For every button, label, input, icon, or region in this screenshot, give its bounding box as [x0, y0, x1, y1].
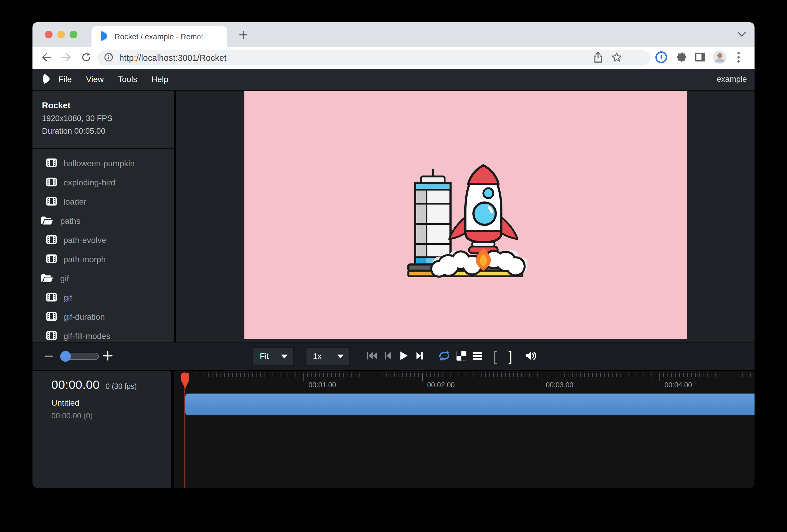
timeline-info: 00:00.00 0 (30 fps) Untitled 00:00.00 (0…	[33, 371, 171, 488]
extensions-puzzle-icon[interactable]	[675, 51, 687, 64]
menu-view[interactable]: View	[79, 75, 111, 84]
maximize-window-button[interactable]	[70, 31, 77, 38]
ruler-label: 00:04.00	[664, 381, 692, 389]
volume-icon[interactable]	[525, 350, 537, 363]
tab-title-fade	[194, 30, 212, 43]
video-canvas	[244, 91, 687, 339]
track-range: 00:00.00 (0)	[51, 411, 171, 420]
rocket-illustration	[404, 161, 528, 282]
sidebar-item-label: gif	[63, 293, 72, 303]
preview-pane	[176, 91, 754, 342]
timeline-panel: 00:00.00 0 (30 fps) Untitled 00:00.00 (0…	[33, 371, 754, 488]
film-icon	[46, 254, 57, 264]
menu-help[interactable]: Help	[144, 75, 176, 84]
folder-open-icon	[41, 216, 53, 227]
composition-info: Rocket 1920x1080, 30 FPS Duration 00:05.…	[33, 91, 174, 149]
zoom-slider-knob[interactable]	[60, 351, 71, 362]
remotion-menu-bar: File View Tools Help example	[33, 69, 754, 91]
previous-frame-icon[interactable]	[383, 351, 392, 361]
transparency-checkerboard-icon[interactable]	[456, 350, 467, 362]
ruler-label: 00:01.00	[309, 381, 336, 389]
size-select-value: Fit	[260, 352, 269, 361]
sidebar-item-label: exploding-bird	[63, 178, 115, 188]
sidebar-item-path-morph[interactable]: path-morph	[33, 250, 174, 269]
browser-toolbar: http://localhost:3001/Rocket	[33, 47, 754, 69]
chevron-down-icon	[337, 355, 344, 358]
playhead-handle[interactable]	[179, 372, 191, 392]
film-icon	[46, 331, 57, 341]
jump-to-start-icon[interactable]	[366, 351, 378, 361]
sidebar-item-label: halloween-pumpkin	[63, 159, 135, 168]
composition-resolution: 1920x1080, 30 FPS	[42, 114, 174, 123]
current-time-display: 00:00.00	[51, 378, 100, 392]
sidebar-item-exploding-bird[interactable]: exploding-bird	[33, 173, 174, 192]
compositions-sidebar: Rocket 1920x1080, 30 FPS Duration 00:05.…	[33, 91, 176, 342]
player-controls: Fit 1x [ ]	[33, 342, 754, 371]
menu-tools[interactable]: Tools	[111, 75, 144, 84]
forward-icon[interactable]	[61, 53, 71, 63]
folder-open-icon	[41, 273, 53, 284]
sidebar-item-label: gif-duration	[63, 312, 105, 322]
sidebar-item-gif-fill-modes[interactable]: gif-fill-modes	[33, 326, 174, 342]
sidebar-item-gif[interactable]: gif	[33, 288, 174, 307]
sidebar-item-halloween-pumpkin[interactable]: halloween-pumpkin	[33, 154, 174, 173]
timeline-tracks[interactable]: 00:01.00 00:02.00 00:03.00 00:04.00	[171, 371, 754, 488]
profile-avatar[interactable]	[713, 50, 726, 65]
password-manager-extension-icon[interactable]	[655, 51, 667, 65]
sidebar-item-label: paths	[60, 216, 81, 226]
remotion-favicon	[99, 30, 109, 43]
sidebar-item-label: gif	[60, 274, 69, 283]
ruler-label: 00:02.00	[427, 381, 454, 389]
film-icon	[46, 235, 57, 245]
menu-file[interactable]: File	[51, 75, 79, 84]
sidebar-item-loader[interactable]: loader	[33, 192, 174, 211]
timeline-sequence-bar[interactable]	[185, 393, 754, 416]
address-bar[interactable]: http://localhost:3001/Rocket	[98, 50, 650, 66]
play-icon[interactable]	[399, 351, 408, 362]
next-frame-icon[interactable]	[416, 351, 424, 361]
sidebar-folder-paths[interactable]: paths	[33, 211, 174, 231]
tab-search-chevron-icon[interactable]	[738, 31, 746, 39]
site-info-icon[interactable]	[104, 52, 113, 63]
sidebar-item-path-evolve[interactable]: path-evolve	[33, 231, 174, 250]
film-icon	[46, 158, 57, 169]
url-text[interactable]: http://localhost:3001/Rocket	[119, 53, 227, 63]
share-icon[interactable]	[593, 52, 603, 64]
close-window-button[interactable]	[45, 31, 52, 38]
composition-duration: Duration 00:05.00	[42, 127, 174, 136]
size-select[interactable]: Fit	[252, 347, 294, 365]
film-icon	[46, 293, 57, 303]
out-point-icon[interactable]: ]	[509, 349, 512, 363]
browser-menu-icon[interactable]	[737, 51, 740, 64]
timeline-rows-icon[interactable]	[472, 351, 483, 362]
reload-icon[interactable]	[81, 52, 91, 63]
project-name-label: example	[717, 75, 747, 84]
tab-strip: Rocket / example - Remotion P	[33, 22, 754, 47]
sidebar-item-gif-duration[interactable]: gif-duration	[33, 307, 174, 326]
ruler-second-ticks	[185, 373, 754, 381]
sidebar-folder-gif[interactable]: gif	[33, 269, 174, 288]
sidebar-item-label: path-morph	[63, 255, 106, 264]
new-tab-button[interactable]	[238, 30, 248, 41]
browser-window: Rocket / example - Remotion P http:/	[33, 22, 754, 488]
playback-rate-select[interactable]: 1x	[305, 347, 350, 365]
in-point-icon[interactable]: [	[493, 349, 497, 363]
bookmark-star-icon[interactable]	[611, 52, 622, 64]
remotion-logo[interactable]	[42, 73, 51, 86]
chevron-down-icon	[281, 355, 288, 358]
current-frame-display: 0 (30 fps)	[106, 382, 137, 390]
composition-name: Rocket	[42, 101, 174, 110]
composition-list: halloween-pumpkin exploding-bird loader …	[33, 149, 174, 342]
minimize-window-button[interactable]	[57, 31, 65, 38]
zoom-out-button[interactable]	[45, 356, 53, 357]
tab-title: Rocket / example - Remotion P	[114, 32, 203, 41]
zoom-in-button[interactable]	[103, 351, 113, 362]
playback-rate-value: 1x	[313, 352, 322, 361]
back-icon[interactable]	[42, 53, 52, 63]
main-area: Rocket 1920x1080, 30 FPS Duration 00:05.…	[33, 91, 754, 342]
loop-icon[interactable]	[438, 350, 451, 362]
browser-tab[interactable]: Rocket / example - Remotion P	[91, 26, 227, 47]
side-panel-icon[interactable]	[694, 52, 706, 64]
window-controls	[45, 22, 77, 47]
sidebar-item-label: path-evolve	[63, 236, 106, 245]
